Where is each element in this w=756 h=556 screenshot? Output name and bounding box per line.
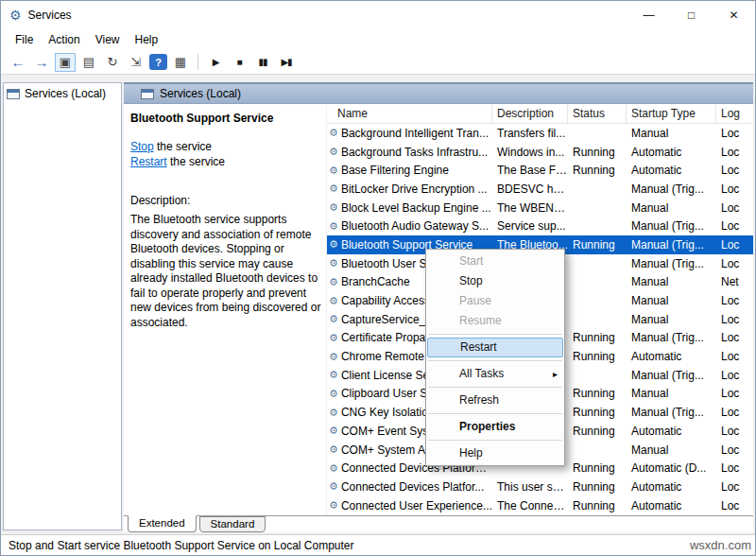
service-gear-icon: ⚙ bbox=[329, 333, 338, 343]
restart-service-icon[interactable]: ▶▮ bbox=[276, 53, 297, 72]
help-icon[interactable]: ? bbox=[149, 54, 167, 70]
context-menu-item-properties[interactable]: Properties bbox=[426, 417, 564, 437]
forward-icon[interactable]: → bbox=[31, 53, 52, 72]
context-menu-item-refresh[interactable]: Refresh bbox=[426, 391, 564, 410]
cell-description: The WBENG... bbox=[492, 201, 568, 215]
menu-help[interactable]: Help bbox=[128, 31, 166, 48]
table-row[interactable]: ⚙Connected User Experience...The Connec.… bbox=[327, 496, 753, 515]
cell-log-on-as: Loc bbox=[716, 369, 753, 382]
service-name: Background Tasks Infrastru... bbox=[341, 146, 488, 159]
panel-header: Services (Local) bbox=[124, 82, 753, 104]
console-tree-pane: Services (Local) bbox=[3, 82, 122, 530]
cell-startup-type: Automatic bbox=[627, 350, 716, 363]
table-row[interactable]: ⚙Connected Devices Platfor...This user s… bbox=[327, 478, 753, 496]
tab-strip: ExtendedStandard bbox=[124, 515, 753, 532]
service-gear-icon: ⚙ bbox=[329, 426, 338, 436]
refresh-icon[interactable]: ↻ bbox=[102, 53, 123, 72]
show-console-tree-icon[interactable]: ▣ bbox=[55, 53, 76, 72]
context-menu: StartStopPauseResumeRestartAll Tasks▸Ref… bbox=[425, 249, 565, 466]
cell-log-on-as: Loc bbox=[716, 313, 753, 326]
minimize-button[interactable]: — bbox=[627, 1, 670, 29]
service-gear-icon: ⚙ bbox=[329, 463, 338, 474]
cell-startup-type: Manual bbox=[627, 275, 716, 288]
service-gear-icon: ⚙ bbox=[329, 221, 338, 232]
services-app-icon: ⚙ bbox=[9, 9, 22, 22]
service-gear-icon: ⚙ bbox=[329, 202, 338, 213]
cell-name: ⚙BitLocker Drive Encryption ... bbox=[327, 182, 492, 196]
statusbar-text: Stop and Start service Bluetooth Support… bbox=[9, 539, 354, 552]
cell-startup-type: Automatic bbox=[627, 425, 716, 438]
cell-name: ⚙Connected User Experience... bbox=[327, 499, 492, 513]
service-name: Connected Devices Platfor... bbox=[341, 480, 484, 494]
tab-extended[interactable]: Extended bbox=[128, 515, 197, 532]
cell-status: Running bbox=[568, 406, 627, 419]
cell-log-on-as: Loc bbox=[716, 443, 753, 457]
service-gear-icon: ⚙ bbox=[329, 296, 338, 306]
cell-status: Running bbox=[568, 461, 627, 475]
cell-startup-type: Manual (Trig... bbox=[627, 331, 716, 344]
menu-action[interactable]: Action bbox=[41, 31, 87, 48]
close-button[interactable]: ✕ bbox=[713, 1, 755, 29]
list-header: NameDescriptionStatusStartup TypeLog bbox=[327, 104, 753, 124]
cell-startup-type: Manual (Trig... bbox=[627, 219, 716, 233]
table-row[interactable]: ⚙Background Tasks Infrastru...Windows in… bbox=[327, 143, 753, 162]
back-icon[interactable]: ← bbox=[8, 53, 28, 72]
watermark: wsxdn.com bbox=[690, 538, 751, 552]
tab-standard[interactable]: Standard bbox=[199, 516, 266, 532]
service-name: BitLocker Drive Encryption ... bbox=[341, 182, 488, 196]
context-menu-item-pause: Pause bbox=[426, 291, 564, 311]
context-menu-item-restart[interactable]: Restart bbox=[427, 338, 563, 357]
service-gear-icon: ⚙ bbox=[329, 147, 338, 157]
table-row[interactable]: ⚙Background Intelligent Tran...Transfers… bbox=[327, 124, 753, 143]
description-text: The Bluetooth service supports discovery… bbox=[130, 213, 323, 330]
cell-status: Running bbox=[568, 164, 627, 177]
cell-startup-type: Manual (Trig... bbox=[627, 369, 716, 382]
cell-name: ⚙Block Level Backup Engine ... bbox=[327, 201, 492, 215]
cell-name: ⚙Base Filtering Engine bbox=[327, 164, 492, 177]
table-row[interactable]: ⚙Block Level Backup Engine ...The WBENG.… bbox=[327, 199, 753, 217]
table-row[interactable]: ⚙BitLocker Drive Encryption ...BDESVC ho… bbox=[327, 180, 753, 199]
cell-log-on-as: Loc bbox=[716, 294, 753, 307]
tree-item-label: Services (Local) bbox=[25, 87, 106, 100]
cell-startup-type: Automatic bbox=[627, 146, 716, 159]
menu-file[interactable]: File bbox=[8, 31, 41, 48]
cell-startup-type: Manual bbox=[627, 313, 716, 326]
service-gear-icon: ⚙ bbox=[329, 481, 338, 492]
context-menu-item-help[interactable]: Help bbox=[426, 443, 564, 463]
toolbar: ←→▣▤↻⇲?▦▶■▮▮▶▮ bbox=[1, 50, 755, 75]
start-service-icon[interactable]: ▶ bbox=[205, 53, 226, 72]
window-title: Services bbox=[28, 9, 72, 22]
table-row[interactable]: ⚙Base Filtering EngineThe Base Fil...Run… bbox=[327, 161, 753, 180]
column-header-startup-type[interactable]: Startup Type bbox=[627, 104, 716, 124]
window-icon[interactable]: ▤ bbox=[78, 53, 99, 72]
cell-startup-type: Automatic bbox=[627, 480, 716, 494]
export-list-icon[interactable]: ⇲ bbox=[126, 53, 146, 72]
tree-item-services-local[interactable]: Services (Local) bbox=[4, 83, 121, 104]
column-header-status[interactable]: Status bbox=[568, 104, 627, 124]
pause-service-icon[interactable]: ▮▮ bbox=[252, 53, 273, 72]
cell-description: The Connec... bbox=[492, 499, 568, 513]
maximize-button[interactable]: □ bbox=[670, 1, 713, 29]
stop-service-link[interactable]: Stop bbox=[130, 140, 154, 153]
cell-log-on-as: Loc bbox=[716, 425, 753, 438]
cell-log-on-as: Loc bbox=[716, 406, 753, 419]
table-row[interactable]: ⚙Bluetooth Audio Gateway S...Service sup… bbox=[327, 217, 753, 235]
cell-log-on-as: Loc bbox=[716, 127, 753, 140]
service-gear-icon: ⚙ bbox=[329, 408, 338, 418]
cell-startup-type: Manual bbox=[627, 294, 716, 307]
cell-description: The Base Fil... bbox=[492, 164, 568, 177]
service-name: Base Filtering Engine bbox=[341, 164, 449, 177]
column-header-description[interactable]: Description bbox=[492, 104, 568, 124]
context-menu-item-all-tasks[interactable]: All Tasks▸ bbox=[426, 364, 564, 384]
restart-service-link[interactable]: Restart bbox=[130, 155, 167, 168]
service-description-pane: Bluetooth Support Service Stop the servi… bbox=[124, 104, 327, 515]
column-header-name[interactable]: Name bbox=[327, 104, 492, 124]
columns-icon[interactable]: ▦ bbox=[170, 53, 191, 72]
service-gear-icon: ⚙ bbox=[329, 314, 338, 324]
service-name: CNG Key Isolation bbox=[341, 406, 435, 419]
column-header-log[interactable]: Log bbox=[716, 104, 753, 124]
cell-status: Running bbox=[568, 350, 627, 363]
stop-service-icon[interactable]: ■ bbox=[229, 53, 249, 72]
menu-view[interactable]: View bbox=[88, 31, 128, 48]
context-menu-item-stop[interactable]: Stop bbox=[426, 271, 564, 291]
